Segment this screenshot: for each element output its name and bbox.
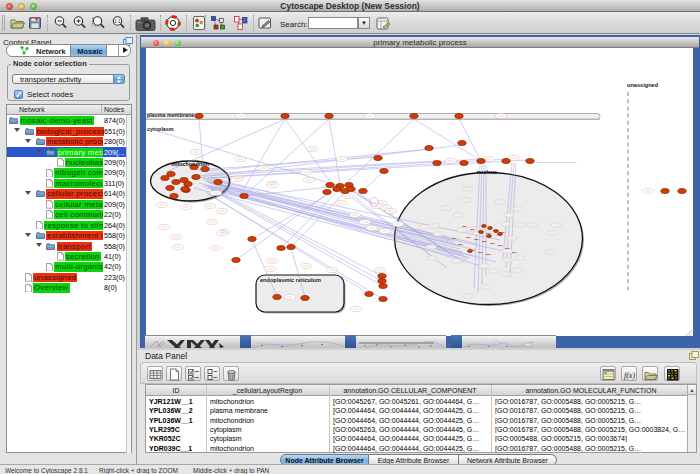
svg-text:mitochondrion: mitochondrion [171,161,209,167]
svg-text:annotation.GO annotation.GO an: annotation.GO annotation.GO annot [536,161,576,164]
svg-text:endoplasmic reticulum: endoplasmic reticulum [260,277,321,283]
svg-text:unassigned: unassigned [627,82,659,88]
svg-text:f(x): f(x) [624,371,635,380]
svg-text:1:1: 1:1 [114,19,121,24]
svg-text:nucleus: nucleus [477,169,497,175]
svg-text:plasma membrane: plasma membrane [147,112,194,118]
